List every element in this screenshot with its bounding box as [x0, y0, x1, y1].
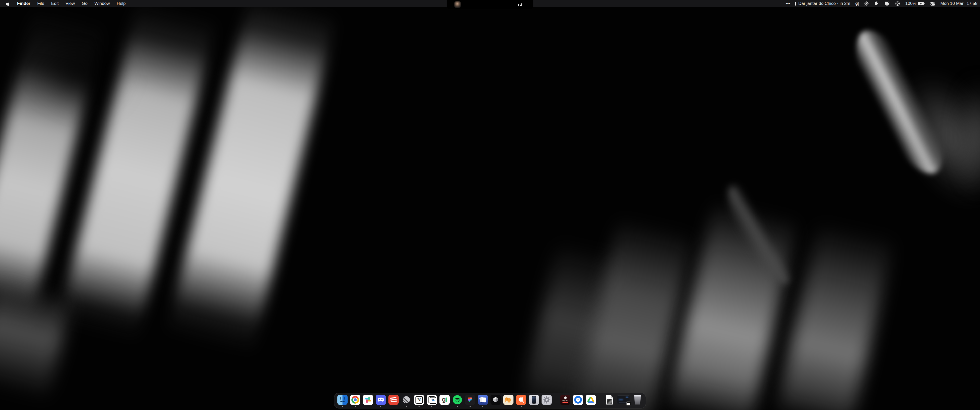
dock-item-slack[interactable]: [363, 395, 373, 407]
chrome-center: [353, 397, 358, 402]
system-settings-icon: [542, 395, 552, 405]
calendar-date-glyph: 10: [431, 399, 434, 402]
dock-item-granola[interactable]: g: [439, 395, 450, 407]
menu-bar-left: Finder File Edit View Go Window Help: [0, 1, 126, 6]
spotify-waves-icon: [453, 395, 462, 404]
control-center-icon: [930, 1, 935, 6]
granola-menu-item[interactable]: g: [855, 2, 859, 6]
dock-item-finder[interactable]: [337, 395, 348, 407]
dock-item-blue-cards-app[interactable]: [478, 395, 488, 407]
1password-icon: [895, 1, 900, 6]
battery-percent: 100%: [905, 1, 916, 6]
dock-item-chrome[interactable]: [350, 395, 360, 407]
dock-item-document[interactable]: [605, 395, 614, 407]
calendar-front-page: 10: [430, 397, 436, 404]
dock-item-iphone-mirroring[interactable]: [529, 395, 539, 407]
menu-bar-clock[interactable]: Mon 10 Mar 17:58: [940, 1, 977, 6]
menu-help[interactable]: Help: [117, 1, 126, 6]
granola-icon: g: [439, 395, 450, 405]
dock-item-spotify[interactable]: [452, 395, 463, 407]
audio-equalizer-icon: [518, 3, 522, 6]
document-file-icon: [605, 395, 614, 405]
notch-now-playing: [447, 0, 533, 9]
dock-item-minimized-window[interactable]: 11: [617, 395, 630, 407]
apple-menu[interactable]: [6, 1, 10, 6]
next-event-item[interactable]: Dar jantar do Chico · in 2m: [795, 1, 850, 6]
desktop: Finder File Edit View Go Window Help •••…: [0, 0, 980, 410]
menu-file[interactable]: File: [37, 1, 44, 6]
dock-item-raycast[interactable]: raycast: [560, 395, 570, 407]
menu-edit[interactable]: Edit: [51, 1, 59, 6]
google-drive-icon: [586, 395, 596, 405]
dock-item-elephant-app[interactable]: [503, 395, 514, 407]
trash-rim: [634, 395, 641, 396]
notion-calendar-icon: 10: [427, 395, 437, 405]
control-center-menu-item[interactable]: [930, 1, 935, 6]
dock-item-figma[interactable]: [465, 395, 475, 407]
clock-date: Mon 10 Mar: [940, 1, 964, 6]
display-menu-item[interactable]: [884, 1, 890, 6]
dock-item-postman[interactable]: [516, 395, 526, 407]
menu-window[interactable]: Window: [94, 1, 110, 6]
cube-app-icon: [490, 395, 501, 405]
running-indicator: [380, 406, 381, 407]
notion-n-glyph: N: [417, 398, 421, 402]
dock-item-trash[interactable]: [632, 395, 643, 407]
dock-item-notion-calendar[interactable]: 10: [427, 395, 437, 407]
dock-item-system-settings[interactable]: [542, 395, 552, 407]
dock-item-todoist[interactable]: [388, 395, 399, 407]
battery-status[interactable]: 100%: [905, 1, 924, 6]
running-indicator: [355, 406, 356, 407]
badge-calendar-bar: [627, 402, 630, 403]
finder-icon: [337, 395, 348, 405]
menu-app-name[interactable]: Finder: [17, 1, 30, 6]
granola-icon: g: [855, 2, 858, 6]
wallpaper: [0, 0, 980, 410]
raycast-wordmark: raycast: [562, 400, 568, 402]
trash-icon: [632, 395, 643, 405]
spotify-icon: [452, 395, 463, 405]
notion-icon: N: [414, 395, 424, 405]
blue-cards-app-icon: [478, 395, 488, 405]
slack-pinwheel-icon: [363, 395, 373, 405]
postman-orbit-icon: [516, 395, 526, 405]
menu-bar-status: ••• Dar jantar do Chico · in 2m g: [786, 1, 980, 6]
dock-item-cube-app[interactable]: [490, 395, 501, 407]
discord-icon: [375, 395, 386, 405]
linear-sphere: [403, 396, 410, 404]
raycast-red-bar: [563, 402, 568, 403]
status-overflow-ellipsis[interactable]: •••: [786, 1, 790, 6]
pick-menu-item[interactable]: [874, 1, 879, 6]
figma-logo-icon: [465, 395, 475, 405]
elephant-icon: [503, 395, 514, 405]
gear-icon: [542, 395, 552, 405]
dock: N 10 g: [334, 393, 646, 408]
postman-icon: [516, 395, 526, 405]
discord-logo-icon: [375, 395, 386, 405]
dock-separator: [556, 396, 556, 407]
display-mirroring-icon: [884, 1, 890, 6]
now-playing-album-art[interactable]: [454, 1, 461, 8]
running-indicator: [457, 406, 458, 407]
linear-icon: [401, 395, 411, 405]
dock-item-1password[interactable]: [573, 395, 583, 407]
1password-icon: [573, 395, 583, 405]
wallpaper-glow: [955, 61, 980, 209]
badge-date-glyph: 11: [628, 404, 629, 405]
running-indicator: [520, 406, 522, 407]
event-bar-icon: [795, 2, 796, 6]
iphone-mirroring-icon: [529, 395, 539, 405]
dock-item-discord[interactable]: [375, 395, 386, 407]
brightness-menu-item[interactable]: [864, 1, 869, 6]
window-content-smudge: [626, 397, 628, 397]
card-front: [482, 397, 486, 403]
dock-item-linear[interactable]: [401, 395, 411, 407]
dock-item-google-drive[interactable]: [586, 395, 596, 407]
menu-go[interactable]: Go: [82, 1, 88, 6]
1password-menu-item[interactable]: [895, 1, 900, 6]
dock-item-notion[interactable]: N: [414, 395, 424, 407]
cube-3d-icon: [490, 395, 501, 405]
sun-icon: [864, 1, 869, 6]
menu-view[interactable]: View: [65, 1, 75, 6]
window-app-badge: 11: [626, 401, 631, 406]
